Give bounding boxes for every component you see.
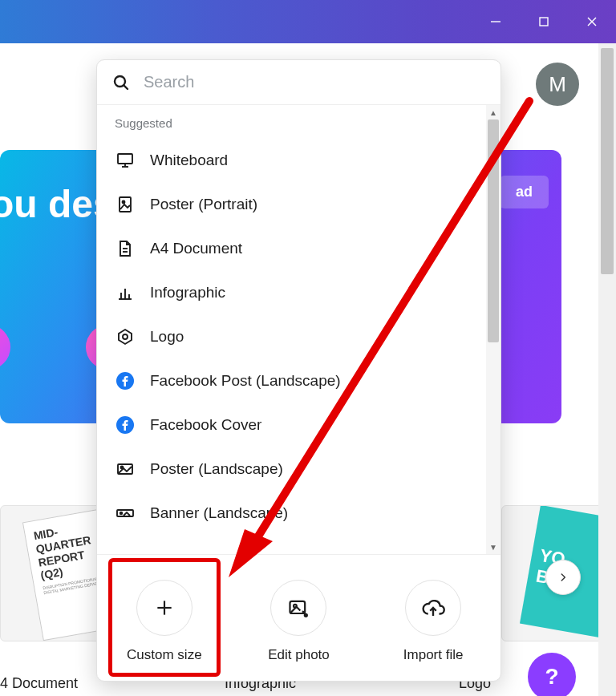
hero-tile-social[interactable]: dia xyxy=(0,325,32,392)
scroll-down-icon[interactable]: ▼ xyxy=(486,540,500,554)
svg-point-31 xyxy=(305,613,307,616)
window-maximize-button[interactable] xyxy=(520,0,568,43)
suggestions-list: Suggested Whiteboard Poster (Portrait) A… xyxy=(97,105,486,554)
search-dropdown-panel: Suggested Whiteboard Poster (Portrait) A… xyxy=(96,59,501,682)
suggestion-logo[interactable]: Logo xyxy=(97,314,486,358)
svg-point-26 xyxy=(120,512,123,514)
social-icon xyxy=(0,325,10,370)
suggestion-label: Infographic xyxy=(150,284,225,301)
suggestion-label: Poster (Landscape) xyxy=(150,460,283,478)
action-label: Edit photo xyxy=(268,647,330,663)
dropdown-scrollbar[interactable]: ▲ ▼ xyxy=(486,105,500,554)
svg-marker-19 xyxy=(119,330,132,344)
suggestion-whiteboard[interactable]: Whiteboard xyxy=(97,138,486,182)
search-row xyxy=(97,60,500,105)
photo-edit-icon xyxy=(270,580,326,636)
hexagon-icon xyxy=(115,326,136,347)
svg-line-7 xyxy=(124,85,128,89)
import-file-button[interactable]: Import file xyxy=(373,580,493,663)
thumb-label: 4 Document xyxy=(0,675,78,692)
edit-photo-button[interactable]: Edit photo xyxy=(238,580,359,663)
custom-size-button[interactable]: Custom size xyxy=(104,580,225,663)
suggestion-poster-landscape[interactable]: Poster (Landscape) xyxy=(97,447,486,491)
suggestion-label: Facebook Cover xyxy=(150,416,261,434)
suggestion-label: A4 Document xyxy=(150,240,242,257)
hero-upload-button[interactable]: ad xyxy=(500,176,549,208)
chart-icon xyxy=(115,282,136,303)
suggestion-poster-portrait[interactable]: Poster (Portrait) xyxy=(97,182,486,226)
suggestion-label: Banner (Landscape) xyxy=(150,504,288,522)
page-scrollbar-handle[interactable] xyxy=(601,48,614,274)
cloud-upload-icon xyxy=(405,580,461,636)
image-icon xyxy=(115,459,136,480)
window-minimize-button[interactable] xyxy=(472,0,520,43)
facebook-icon xyxy=(115,370,136,391)
plus-icon xyxy=(136,580,192,636)
suggestion-label: Facebook Post (Landscape) xyxy=(150,372,341,390)
help-fab-button[interactable]: ? xyxy=(528,653,576,696)
suggestion-label: Whiteboard xyxy=(150,152,228,169)
window-close-button[interactable] xyxy=(568,0,616,43)
action-label: Import file xyxy=(403,647,464,663)
window-titlebar xyxy=(0,0,616,43)
suggestion-facebook-post[interactable]: Facebook Post (Landscape) xyxy=(97,358,486,403)
image-icon xyxy=(115,194,136,215)
avatar[interactable]: M xyxy=(536,63,579,106)
document-icon xyxy=(115,238,136,259)
suggestion-label: Logo xyxy=(150,328,184,346)
search-icon xyxy=(111,73,131,92)
suggestion-a4-document[interactable]: A4 Document xyxy=(97,226,486,270)
facebook-icon xyxy=(115,415,136,435)
page-scrollbar[interactable] xyxy=(598,43,616,696)
suggestions-heading: Suggested xyxy=(97,111,486,138)
scroll-up-icon[interactable]: ▲ xyxy=(486,105,500,119)
search-input[interactable] xyxy=(142,72,486,92)
banner-icon xyxy=(115,503,136,524)
svg-point-20 xyxy=(123,334,128,339)
svg-point-12 xyxy=(123,200,125,203)
svg-rect-8 xyxy=(118,154,132,164)
dropdown-bottom-actions: Custom size Edit photo Import file xyxy=(97,554,500,681)
svg-rect-1 xyxy=(540,18,548,26)
suggestion-facebook-cover[interactable]: Facebook Cover xyxy=(97,403,486,447)
whiteboard-icon xyxy=(115,150,136,171)
action-label: Custom size xyxy=(127,647,202,663)
dropdown-scrollbar-handle[interactable] xyxy=(488,119,499,342)
thumb-scroll-next-button[interactable] xyxy=(545,560,581,595)
suggestion-banner-landscape[interactable]: Banner (Landscape) xyxy=(97,491,486,535)
suggestion-infographic[interactable]: Infographic xyxy=(97,270,486,314)
suggestion-label: Poster (Portrait) xyxy=(150,196,257,213)
